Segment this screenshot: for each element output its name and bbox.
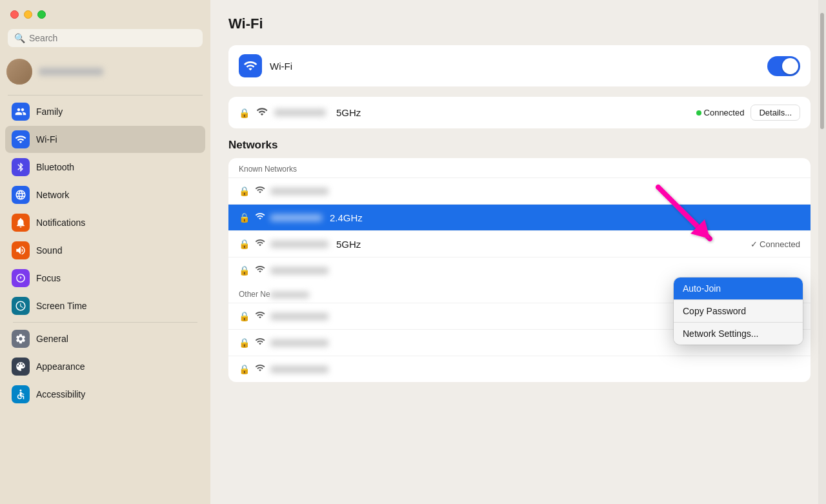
connected-status: Connected xyxy=(696,108,745,117)
other-network-3-name xyxy=(270,366,328,373)
focus-icon xyxy=(12,269,30,287)
screentime-icon xyxy=(12,297,30,315)
details-button[interactable]: Details... xyxy=(750,105,800,121)
sidebar-items-list: Family Wi-Fi Bluetooth xyxy=(0,98,210,504)
accessibility-icon xyxy=(12,385,30,403)
notifications-label: Notifications xyxy=(36,217,85,228)
search-bar[interactable]: 🔍 xyxy=(8,29,203,47)
context-menu-networksettings[interactable]: Network Settings... xyxy=(674,323,803,345)
wifi-icon-o1 xyxy=(255,310,265,323)
sidebar-item-screentime[interactable]: Screen Time xyxy=(5,292,205,319)
screentime-label: Screen Time xyxy=(36,301,87,311)
sidebar-item-sound[interactable]: Sound xyxy=(5,237,205,264)
lock-icon: 🔒 xyxy=(239,108,250,118)
sidebar-item-wifi[interactable]: Wi-Fi xyxy=(5,126,205,153)
green-dot xyxy=(696,110,701,116)
network-row-1[interactable]: 🔒 xyxy=(228,177,811,204)
network-row-2-name xyxy=(270,214,322,221)
bluetooth-icon xyxy=(12,158,30,176)
connected-network-card: 🔒 5GHz Connected Details... xyxy=(228,97,811,128)
accessibility-label: Accessibility xyxy=(36,389,85,399)
sidebar-item-accessibility[interactable]: Accessibility xyxy=(5,381,205,408)
connected-freq: 5GHz xyxy=(336,107,361,118)
minimize-button[interactable] xyxy=(24,10,32,19)
sidebar-item-focus[interactable]: Focus xyxy=(5,265,205,292)
lock-icon-r1: 🔒 xyxy=(239,186,250,196)
connected-network-name xyxy=(274,109,326,116)
connected-text: Connected xyxy=(704,108,745,117)
avatar xyxy=(6,59,32,85)
page-title: Wi-Fi xyxy=(228,15,811,32)
appearance-icon xyxy=(12,358,30,376)
networksettings-label: Network Settings... xyxy=(683,328,759,339)
sidebar: 🔍 Family Wi-Fi xyxy=(0,0,210,504)
sidebar-item-appearance[interactable]: Appearance xyxy=(5,353,205,380)
sidebar-item-general[interactable]: General xyxy=(5,325,205,352)
networks-section-title: Networks xyxy=(228,139,811,152)
network-row-4-name xyxy=(270,267,328,274)
wifi-icon-r2 xyxy=(255,211,265,224)
sound-label: Sound xyxy=(36,245,62,256)
network-label: Network xyxy=(36,190,69,200)
general-label: General xyxy=(36,334,68,344)
copypassword-label: Copy Password xyxy=(683,306,746,316)
wifi-card-icon xyxy=(239,54,262,77)
focus-label: Focus xyxy=(36,273,61,283)
network-icon xyxy=(12,186,30,204)
main-content: Wi-Fi Wi-Fi 🔒 5GHz Conn xyxy=(210,0,826,504)
wifi-card-label: Wi-Fi xyxy=(270,61,760,72)
lock-icon-o3: 🔒 xyxy=(239,364,250,374)
other-network-2-name xyxy=(270,339,328,347)
wifi-icon-r1 xyxy=(255,185,265,197)
sidebar-item-family[interactable]: Family xyxy=(5,98,205,125)
network-row-2-freq: 2.4GHz xyxy=(330,212,363,223)
general-icon xyxy=(12,330,30,348)
other-network-row-3[interactable]: 🔒 xyxy=(228,356,811,382)
context-menu-autojoin[interactable]: Auto-Join xyxy=(674,277,803,299)
scrollbar-thumb[interactable] xyxy=(820,13,824,129)
lock-icon-o2: 🔒 xyxy=(239,338,250,348)
wifi-icon-r3 xyxy=(255,237,265,250)
network-row-2[interactable]: 🔒 2.4GHz xyxy=(228,204,811,230)
wifi-toggle-card: Wi-Fi xyxy=(228,45,811,86)
scrollbar-track[interactable] xyxy=(818,0,826,504)
networks-card: Known Networks 🔒 🔒 xyxy=(228,158,811,382)
maximize-button[interactable] xyxy=(37,10,46,19)
family-label: Family xyxy=(36,106,63,117)
network-row-3-freq: 5GHz xyxy=(336,239,361,250)
bluetooth-label: Bluetooth xyxy=(36,162,74,172)
search-input[interactable] xyxy=(29,33,196,43)
sound-icon xyxy=(12,241,30,259)
sidebar-item-network[interactable]: Network xyxy=(5,181,205,208)
sidebar-divider-2 xyxy=(13,322,197,323)
wifi-toggle[interactable] xyxy=(767,56,800,76)
wifi-signal-icon xyxy=(256,106,268,119)
sidebar-divider xyxy=(8,95,203,96)
network-row-3-name xyxy=(270,241,328,248)
search-icon: 🔍 xyxy=(14,33,25,43)
autojoin-label: Auto-Join xyxy=(683,283,721,294)
user-section[interactable] xyxy=(0,54,210,90)
wifi-icon-o3 xyxy=(255,363,265,376)
lock-icon-o1: 🔒 xyxy=(239,311,250,321)
content-scrollable: Wi-Fi Wi-Fi 🔒 5GHz Conn xyxy=(210,0,826,504)
family-icon xyxy=(12,103,30,121)
traffic-lights xyxy=(0,0,210,26)
notifications-icon xyxy=(12,214,30,232)
known-networks-header: Known Networks xyxy=(228,158,811,177)
sidebar-item-bluetooth[interactable]: Bluetooth xyxy=(5,154,205,181)
wifi-label: Wi-Fi xyxy=(36,134,57,145)
context-menu: Auto-Join Copy Password Network Settings… xyxy=(674,277,803,345)
close-button[interactable] xyxy=(10,10,19,19)
lock-icon-r4: 🔒 xyxy=(239,265,250,276)
wifi-icon xyxy=(12,130,30,148)
connected-check: ✓ Connected xyxy=(750,239,801,249)
network-row-1-name xyxy=(270,188,328,195)
lock-icon-r3: 🔒 xyxy=(239,239,250,249)
context-menu-copypassword[interactable]: Copy Password xyxy=(674,300,803,322)
sidebar-item-notifications[interactable]: Notifications xyxy=(5,209,205,236)
wifi-icon-r4 xyxy=(255,264,265,277)
user-name xyxy=(39,68,103,76)
network-row-3[interactable]: 🔒 5GHz ✓ Connected xyxy=(228,230,811,257)
lock-icon-r2: 🔒 xyxy=(239,212,250,223)
